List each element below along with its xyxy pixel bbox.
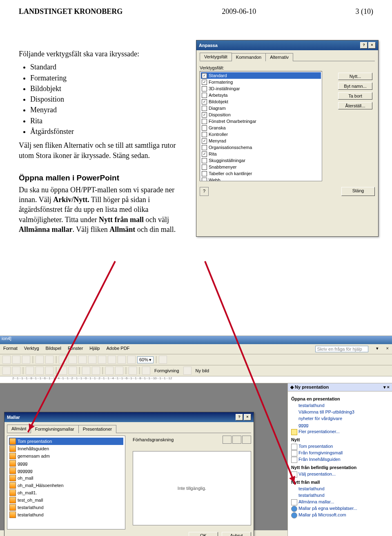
taskpane-header[interactable]: ◆ Ny presentation ▾ ×	[288, 383, 392, 391]
template-link[interactable]: testarlathund	[291, 485, 389, 492]
checkbox-icon[interactable]	[202, 165, 207, 170]
toolbar-checkbox-row[interactable]: ✓Rita	[201, 151, 321, 157]
ok-button[interactable]: OK	[189, 532, 218, 536]
toolbar-checkbox-row[interactable]: Arbetsyta	[201, 92, 321, 98]
template-file-row[interactable]: testarlathund	[9, 504, 123, 511]
blank-presentation-link[interactable]: Tom presentation	[291, 443, 389, 449]
toolbar-checkbox-row[interactable]: ✓Disposition	[201, 111, 321, 118]
decrease-font-icon[interactable]	[92, 367, 100, 375]
toolbar-checkbox-row[interactable]: ✓Formatering	[201, 79, 321, 85]
details-view-icon[interactable]	[242, 436, 251, 444]
list-view-icon[interactable]	[232, 436, 241, 444]
underline-icon[interactable]	[2, 367, 11, 375]
help-icon[interactable]: ?	[236, 414, 243, 420]
color-grayscale-icon[interactable]	[127, 356, 136, 364]
tab-design-templates[interactable]: Formgivningsmallar	[31, 425, 79, 433]
cancel-button[interactable]: Avbryt	[222, 532, 251, 536]
dropdown-icon[interactable]: ▾	[383, 385, 386, 389]
checkbox-icon[interactable]: ✓	[202, 80, 207, 85]
large-icons-view-icon[interactable]	[223, 436, 232, 444]
template-file-row[interactable]: testarlathund	[9, 511, 123, 518]
reset-button[interactable]: Återställ...	[338, 102, 372, 109]
help-search-input[interactable]: Skriv en fråga för hjälp	[315, 346, 368, 352]
checkbox-icon[interactable]	[202, 106, 207, 111]
tables-borders-icon[interactable]	[78, 356, 87, 364]
menu-adobe-pdf[interactable]: Adobe PDF	[106, 346, 129, 352]
align-center-icon[interactable]	[36, 367, 44, 375]
template-file-row[interactable]: Innehållsguiden	[9, 445, 123, 452]
tab-presentations[interactable]: Presentationer	[78, 425, 117, 433]
increase-font-icon[interactable]	[82, 367, 90, 375]
delete-button[interactable]: Ta bort	[338, 92, 372, 100]
template-file-row[interactable]: test_oh_mall	[9, 496, 123, 504]
toolbar-checkbox-row[interactable]: Organisationsschema	[201, 144, 321, 151]
new-slide-button[interactable]: Ny bild	[193, 368, 212, 373]
rename-button[interactable]: Byt namn...	[338, 82, 372, 90]
zoom-combobox[interactable]: 60%▾	[137, 356, 154, 363]
design-icon[interactable]	[142, 367, 150, 375]
format-painter-icon[interactable]	[22, 356, 30, 364]
from-design-template-link[interactable]: Från formgivningsmall	[291, 449, 389, 456]
toolbar-checkbox-row[interactable]: Skugginställningar	[201, 157, 321, 164]
checkbox-icon[interactable]	[202, 171, 207, 176]
template-file-row[interactable]: oh_mall	[9, 474, 123, 482]
font-color-icon[interactable]	[129, 367, 137, 375]
toolbar-checkbox-row[interactable]: 3D-inställningar	[201, 85, 321, 92]
paste-icon[interactable]	[12, 356, 20, 364]
template-file-row[interactable]: oh_mall1.	[9, 489, 123, 496]
checkbox-icon[interactable]: ✓	[202, 138, 207, 144]
menu-format[interactable]: Format	[3, 346, 18, 352]
ms-templates-link[interactable]: Mallar på Microsoft.com	[291, 512, 389, 518]
dropdown-icon[interactable]: ▾	[149, 357, 151, 363]
recent-link[interactable]: gggg	[291, 422, 389, 428]
new-slide-icon[interactable]	[183, 367, 192, 375]
recent-link[interactable]: nyheter för vårdgivare	[291, 415, 389, 422]
insert-hyperlink-icon[interactable]	[88, 356, 96, 364]
checkbox-icon[interactable]	[202, 86, 207, 91]
toolbar-checkbox-row[interactable]: Diagram	[201, 105, 321, 111]
toolbar-checkbox-row[interactable]: Fönstret Omarbetningar	[201, 118, 321, 125]
shadow-icon[interactable]	[12, 367, 20, 375]
checkbox-icon[interactable]: ✓	[202, 112, 207, 118]
template-file-row[interactable]: gemensam adm	[9, 452, 123, 460]
toolbar-checkbox-row[interactable]: Kontroller	[201, 131, 321, 138]
checkbox-icon[interactable]: ✓	[202, 99, 207, 105]
toolbar-checkbox-row[interactable]: Granska	[201, 125, 321, 131]
dialog-titlebar[interactable]: Mallar ? ×	[4, 412, 254, 422]
help-icon[interactable]: ?	[360, 42, 368, 49]
toolbar-checkbox-row[interactable]: Tabeller och kantlinjer	[201, 170, 321, 177]
toolbar-checkbox-row[interactable]: Webb	[201, 177, 321, 181]
tab-options[interactable]: Alternativ	[265, 53, 293, 61]
template-file-row[interactable]: gggg	[9, 460, 123, 467]
checkbox-icon[interactable]	[202, 178, 207, 182]
choose-presentation-link[interactable]: Välj presentation...	[291, 471, 389, 477]
dropdown-icon[interactable]: ▾	[375, 346, 380, 352]
close-doc-icon[interactable]: ×	[386, 346, 389, 352]
redo-icon[interactable]	[45, 356, 53, 364]
checkbox-icon[interactable]	[202, 132, 207, 137]
align-left-icon[interactable]	[26, 367, 34, 375]
show-grid-icon[interactable]	[118, 356, 126, 364]
template-file-row[interactable]: oh_mall_Hälsoenheten	[9, 482, 123, 489]
tab-commands[interactable]: Kommandon	[232, 53, 266, 61]
align-right-icon[interactable]	[45, 367, 53, 375]
close-icon[interactable]: ×	[244, 414, 251, 420]
checkbox-icon[interactable]	[202, 125, 207, 131]
decrease-indent-icon[interactable]	[105, 367, 114, 375]
template-file-row[interactable]: gggggg	[9, 467, 123, 474]
toolbar-checkbox-row[interactable]: Snabbmenyer	[201, 164, 321, 170]
tab-toolbars[interactable]: Verktygsfält	[200, 53, 232, 61]
general-templates-link[interactable]: Allmänna mallar...	[291, 498, 389, 505]
insert-table-icon[interactable]	[69, 356, 77, 364]
toolbar-checkbox-row[interactable]: ✓Menyrad	[201, 138, 321, 144]
recent-link[interactable]: Välkomna till PP-utbildning3	[291, 409, 389, 415]
from-content-wizard-link[interactable]: Från Innehållsguiden	[291, 456, 389, 463]
bullets-icon[interactable]	[69, 367, 77, 375]
web-templates-link[interactable]: Mallar på egna webbplatser...	[291, 505, 389, 512]
recent-link[interactable]: testarlathund	[291, 402, 389, 409]
design-button[interactable]: Formgivning	[152, 368, 182, 373]
dialog-titlebar[interactable]: Anpassa ? ×	[196, 40, 378, 50]
menu-help[interactable]: Hjälp	[89, 346, 100, 352]
toolbar-checkbox-row[interactable]: ✓Bildobjekt	[201, 98, 321, 105]
template-file-row[interactable]: Tom presentation	[9, 438, 123, 445]
